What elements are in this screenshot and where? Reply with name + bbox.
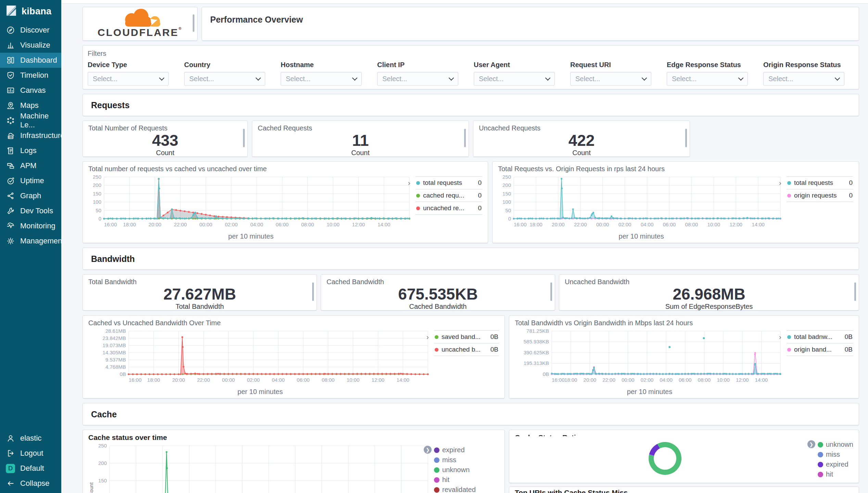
sidebar-item-logs[interactable]: Logs [0,143,61,158]
legend-value: 0B [845,333,853,341]
panel-scrollbar[interactable] [312,282,314,301]
svg-text:18:00: 18:00 [147,377,160,383]
sidebar-item-label: Collapse [20,479,50,488]
panel-scrollbar[interactable] [685,129,687,147]
legend-swatch [787,181,791,185]
cache-status-donut[interactable] [649,442,681,475]
edge-response-status-select[interactable]: Select... [667,72,748,86]
chevron-down-icon [159,75,165,80]
sidebar-item-graph[interactable]: Graph [0,188,61,203]
svg-text:14:00: 14:00 [752,222,765,227]
sidebar-item-collapse[interactable]: Collapse [0,476,61,491]
legend-swatch [434,467,439,473]
x-axis-caption: per 10 minutes [498,232,784,240]
legend-item-origin-requests[interactable]: origin requests0 [787,189,853,202]
svg-text:10:00: 10:00 [707,222,720,227]
request-uri-select[interactable]: Select... [570,72,651,86]
legend-item-cached-requ[interactable]: cached requ...0 [416,189,482,202]
sidebar-item-dev-tools[interactable]: Dev Tools [0,203,61,218]
user-agent-select[interactable]: Select... [474,72,555,86]
filter-field-user-agent: User AgentSelect... [474,61,555,86]
sidebar-item-uptime[interactable]: Uptime [0,173,61,188]
sidebar-item-logout[interactable]: Logout [0,446,61,461]
client-ip-select[interactable]: Select... [377,72,458,86]
filter-label: Edge Response Status [667,61,748,69]
sidebar-item-maps[interactable]: Maps [0,98,61,113]
legend-collapse-icon[interactable]: ❯ [807,440,815,448]
legend-collapse-icon[interactable]: › [426,333,429,341]
legend-item-saved-band[interactable]: saved band...0B [434,330,499,343]
select-placeholder: Select... [189,75,214,83]
hostname-select[interactable]: Select... [281,72,362,86]
filter-field-country: CountrySelect... [184,61,265,86]
panel-scrollbar[interactable] [193,14,194,31]
legend-value: 0 [478,192,482,199]
country-select[interactable]: Select... [184,72,265,86]
legend-collapse-icon[interactable]: › [779,179,781,187]
metric-value: 433 [88,132,242,149]
legend-item-total-badnw[interactable]: total badnw...0B [787,330,853,343]
panel-scrollbar[interactable] [464,129,466,147]
legend-item-uncached-b[interactable]: uncached b...0B [434,343,499,356]
filter-label: Device Type [88,61,169,69]
legend-item-revalidated[interactable]: revalidated [434,485,499,493]
sidebar-item-management[interactable]: Management [0,233,61,249]
legend-item-unknown[interactable]: unknown [818,440,853,450]
device-type-select[interactable]: Select... [88,72,169,86]
legend-item-miss[interactable]: miss [434,455,499,465]
arrow-left-icon [6,479,15,488]
sidebar-item-default[interactable]: DDefault [0,461,61,476]
legend-collapse-icon[interactable]: › [779,333,781,341]
sidebar-item-monitoring[interactable]: Monitoring [0,218,61,233]
filter-field-request-uri: Request URISelect... [570,61,651,86]
svg-text:50: 50 [505,207,511,213]
legend-collapse-icon[interactable]: › [408,179,410,187]
sidebar-item-canvas[interactable]: Canvas [0,83,61,98]
panel-scrollbar[interactable] [550,282,552,301]
legend-item-hit[interactable]: hit [818,469,853,479]
svg-text:04:00: 04:00 [272,377,285,383]
legend-item-expired[interactable]: expired [434,445,499,455]
svg-text:200: 200 [93,182,101,188]
timeseries-plot[interactable]: 16:0018:0020:0022:0000:0002:0004:0006:00… [88,174,413,232]
timeseries-plot[interactable]: 16:0018:0020:0022:0000:0002:0004:0006:00… [88,443,432,493]
chart-legend: ›total badnw...0Borigin band...0B [787,328,853,396]
legend-item-unknown[interactable]: unknown [434,465,499,475]
sidebar-item-elastic[interactable]: elastic [0,431,61,446]
legend-item-expired[interactable]: expired [818,459,853,469]
metric-value: 675.535KB [327,286,549,302]
sidebar-item-dashboard[interactable]: Dashboard [0,53,61,68]
space-badge-icon: D [6,464,15,473]
panel-scrollbar[interactable] [243,129,245,147]
sidebar-item-visualize[interactable]: Visualize [0,38,61,53]
sidebar-item-discover[interactable]: Discover [0,23,61,38]
timeseries-plot[interactable]: 16:0018:0020:0022:0000:0002:0004:0006:00… [515,328,784,387]
kibana-logo[interactable]: kibana [0,0,61,23]
legend-label: revalidated [442,486,476,493]
timeseries-plot[interactable]: 16:0018:0020:0022:0000:0002:0004:0006:00… [498,174,784,232]
timeseries-plot[interactable]: 16:0018:0020:0022:0000:0002:0004:0006:00… [88,328,432,387]
svg-text:16:00: 16:00 [129,377,142,383]
legend-swatch [435,335,438,339]
sidebar-item-label: Logs [20,146,37,155]
metric-title: Uncached Bandwidth [565,278,853,286]
legend-item-miss[interactable]: miss [818,450,853,459]
sidebar-item-apm[interactable]: APM [0,158,61,173]
legend-label: unknown [826,441,853,448]
legend-item-origin-band[interactable]: origin band...0B [787,343,853,356]
origin-response-status-select[interactable]: Select... [763,72,844,86]
legend-item-uncached-re[interactable]: uncached re...0 [416,202,482,215]
legend-collapse-icon[interactable]: ❯ [424,446,432,454]
legend-item-total-requests[interactable]: total requests0 [787,176,853,189]
legend-swatch [434,477,439,483]
legend-item-total-requests[interactable]: total requests0 [416,176,482,189]
svg-text:195.313KB: 195.313KB [524,360,549,366]
legend-item-hit[interactable]: hit [434,475,499,485]
svg-text:02:00: 02:00 [618,222,631,227]
sidebar-item-timelion[interactable]: Timelion [0,68,61,83]
sidebar-item-infrastructure[interactable]: Infrastructure [0,128,61,143]
sidebar-item-machine-le[interactable]: Machine Le... [0,113,61,128]
panel-scrollbar[interactable] [854,282,856,301]
chart-title: Cache Status Ratio [515,433,853,436]
svg-text:18:00: 18:00 [123,222,136,227]
